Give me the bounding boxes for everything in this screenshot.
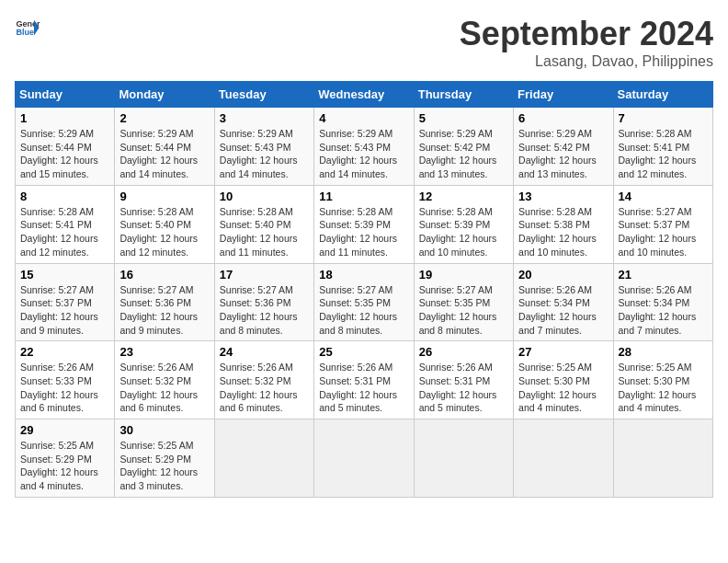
day-info: Sunrise: 5:28 AM Sunset: 5:41 PM Dayligh…: [20, 205, 109, 259]
day-number: 21: [619, 268, 708, 282]
col-tuesday: Tuesday: [214, 82, 313, 108]
day-info: Sunrise: 5:29 AM Sunset: 5:42 PM Dayligh…: [419, 127, 508, 181]
day-info: Sunrise: 5:27 AM Sunset: 5:37 PM Dayligh…: [20, 283, 109, 338]
day-info: Sunrise: 5:26 AM Sunset: 5:34 PM Dayligh…: [619, 283, 708, 338]
day-info: Sunrise: 5:26 AM Sunset: 5:31 PM Dayligh…: [319, 361, 408, 415]
day-number: 28: [619, 345, 708, 359]
header-row: Sunday Monday Tuesday Wednesday Thursday…: [16, 82, 713, 108]
day-info: Sunrise: 5:26 AM Sunset: 5:34 PM Dayligh…: [518, 283, 608, 338]
day-number: 7: [619, 111, 708, 125]
logo: General Blue: [15, 15, 40, 40]
day-number: 24: [220, 345, 309, 359]
table-cell: 18Sunrise: 5:27 AM Sunset: 5:35 PM Dayli…: [314, 263, 414, 341]
day-info: Sunrise: 5:28 AM Sunset: 5:40 PM Dayligh…: [119, 205, 209, 259]
day-info: Sunrise: 5:29 AM Sunset: 5:43 PM Dayligh…: [220, 127, 309, 181]
day-info: Sunrise: 5:26 AM Sunset: 5:32 PM Dayligh…: [119, 361, 209, 415]
day-number: 15: [20, 268, 109, 282]
table-cell: 5Sunrise: 5:29 AM Sunset: 5:42 PM Daylig…: [414, 108, 513, 186]
day-info: Sunrise: 5:29 AM Sunset: 5:44 PM Dayligh…: [119, 127, 209, 181]
day-info: Sunrise: 5:26 AM Sunset: 5:32 PM Dayligh…: [220, 361, 309, 415]
day-number: 30: [119, 423, 209, 437]
table-cell: 6Sunrise: 5:29 AM Sunset: 5:42 PM Daylig…: [514, 108, 613, 186]
day-info: Sunrise: 5:27 AM Sunset: 5:35 PM Dayligh…: [419, 283, 508, 338]
table-row: 1Sunrise: 5:29 AM Sunset: 5:44 PM Daylig…: [16, 108, 713, 186]
table-row: 8Sunrise: 5:28 AM Sunset: 5:41 PM Daylig…: [16, 185, 713, 263]
day-number: 10: [220, 190, 309, 203]
table-cell: [613, 419, 712, 498]
col-sunday: Sunday: [16, 82, 115, 108]
day-info: Sunrise: 5:25 AM Sunset: 5:29 PM Dayligh…: [119, 439, 209, 493]
col-saturday: Saturday: [613, 82, 712, 108]
day-number: 19: [419, 268, 508, 282]
day-info: Sunrise: 5:26 AM Sunset: 5:33 PM Dayligh…: [20, 361, 109, 415]
table-cell: 30Sunrise: 5:25 AM Sunset: 5:29 PM Dayli…: [115, 419, 214, 498]
day-info: Sunrise: 5:28 AM Sunset: 5:39 PM Dayligh…: [319, 205, 408, 259]
day-number: 22: [20, 345, 109, 359]
day-number: 13: [518, 190, 608, 203]
day-number: 4: [319, 111, 408, 125]
table-cell: 3Sunrise: 5:29 AM Sunset: 5:43 PM Daylig…: [214, 108, 313, 186]
table-cell: 10Sunrise: 5:28 AM Sunset: 5:40 PM Dayli…: [214, 185, 313, 263]
table-cell: 7Sunrise: 5:28 AM Sunset: 5:41 PM Daylig…: [613, 108, 712, 186]
table-cell: 24Sunrise: 5:26 AM Sunset: 5:32 PM Dayli…: [214, 341, 313, 419]
table-cell: 2Sunrise: 5:29 AM Sunset: 5:44 PM Daylig…: [115, 108, 214, 186]
logo-icon: General Blue: [15, 15, 40, 40]
table-cell: 26Sunrise: 5:26 AM Sunset: 5:31 PM Dayli…: [414, 341, 513, 419]
svg-text:Blue: Blue: [16, 28, 34, 37]
day-number: 17: [220, 268, 309, 282]
day-info: Sunrise: 5:28 AM Sunset: 5:39 PM Dayligh…: [419, 205, 508, 259]
day-info: Sunrise: 5:27 AM Sunset: 5:36 PM Dayligh…: [119, 283, 209, 338]
table-cell: 28Sunrise: 5:25 AM Sunset: 5:30 PM Dayli…: [613, 341, 712, 419]
table-row: 15Sunrise: 5:27 AM Sunset: 5:37 PM Dayli…: [16, 263, 713, 341]
table-cell: 4Sunrise: 5:29 AM Sunset: 5:43 PM Daylig…: [314, 108, 414, 186]
day-info: Sunrise: 5:28 AM Sunset: 5:41 PM Dayligh…: [619, 127, 708, 181]
table-cell: 17Sunrise: 5:27 AM Sunset: 5:36 PM Dayli…: [214, 263, 313, 341]
table-cell: 21Sunrise: 5:26 AM Sunset: 5:34 PM Dayli…: [613, 263, 712, 341]
day-number: 26: [419, 345, 508, 359]
table-cell: 11Sunrise: 5:28 AM Sunset: 5:39 PM Dayli…: [314, 185, 414, 263]
table-row: 22Sunrise: 5:26 AM Sunset: 5:33 PM Dayli…: [16, 341, 713, 419]
table-cell: [514, 419, 613, 498]
table-cell: 27Sunrise: 5:25 AM Sunset: 5:30 PM Dayli…: [514, 341, 613, 419]
day-number: 29: [20, 423, 109, 437]
table-cell: 13Sunrise: 5:28 AM Sunset: 5:38 PM Dayli…: [514, 185, 613, 263]
table-cell: 12Sunrise: 5:28 AM Sunset: 5:39 PM Dayli…: [414, 185, 513, 263]
table-cell: 20Sunrise: 5:26 AM Sunset: 5:34 PM Dayli…: [514, 263, 613, 341]
day-number: 9: [119, 190, 209, 203]
day-number: 25: [319, 345, 408, 359]
day-info: Sunrise: 5:25 AM Sunset: 5:30 PM Dayligh…: [518, 361, 608, 415]
calendar-title: September 2024: [460, 15, 713, 53]
day-number: 14: [619, 190, 708, 203]
table-cell: [214, 419, 313, 498]
table-cell: 8Sunrise: 5:28 AM Sunset: 5:41 PM Daylig…: [16, 185, 115, 263]
table-row: 29Sunrise: 5:25 AM Sunset: 5:29 PM Dayli…: [16, 419, 713, 498]
table-cell: 22Sunrise: 5:26 AM Sunset: 5:33 PM Dayli…: [16, 341, 115, 419]
day-number: 20: [518, 268, 608, 282]
day-number: 12: [419, 190, 508, 203]
day-info: Sunrise: 5:29 AM Sunset: 5:43 PM Dayligh…: [319, 127, 408, 181]
calendar-subtitle: Lasang, Davao, Philippines: [460, 53, 713, 70]
table-cell: 23Sunrise: 5:26 AM Sunset: 5:32 PM Dayli…: [115, 341, 214, 419]
day-info: Sunrise: 5:26 AM Sunset: 5:31 PM Dayligh…: [419, 361, 508, 415]
title-area: September 2024 Lasang, Davao, Philippine…: [460, 15, 713, 70]
calendar-table: Sunday Monday Tuesday Wednesday Thursday…: [15, 81, 713, 498]
day-info: Sunrise: 5:27 AM Sunset: 5:36 PM Dayligh…: [220, 283, 309, 338]
day-info: Sunrise: 5:27 AM Sunset: 5:37 PM Dayligh…: [619, 205, 708, 259]
day-number: 3: [220, 111, 309, 125]
day-info: Sunrise: 5:25 AM Sunset: 5:29 PM Dayligh…: [20, 439, 109, 493]
day-info: Sunrise: 5:27 AM Sunset: 5:35 PM Dayligh…: [319, 283, 408, 338]
day-info: Sunrise: 5:28 AM Sunset: 5:38 PM Dayligh…: [518, 205, 608, 259]
table-cell: [414, 419, 513, 498]
table-cell: 19Sunrise: 5:27 AM Sunset: 5:35 PM Dayli…: [414, 263, 513, 341]
table-cell: 25Sunrise: 5:26 AM Sunset: 5:31 PM Dayli…: [314, 341, 414, 419]
day-number: 11: [319, 190, 408, 203]
day-number: 18: [319, 268, 408, 282]
col-friday: Friday: [514, 82, 613, 108]
col-thursday: Thursday: [414, 82, 513, 108]
day-number: 16: [119, 268, 209, 282]
day-number: 6: [518, 111, 608, 125]
col-wednesday: Wednesday: [314, 82, 414, 108]
table-cell: 14Sunrise: 5:27 AM Sunset: 5:37 PM Dayli…: [613, 185, 712, 263]
table-cell: 1Sunrise: 5:29 AM Sunset: 5:44 PM Daylig…: [16, 108, 115, 186]
day-info: Sunrise: 5:28 AM Sunset: 5:40 PM Dayligh…: [220, 205, 309, 259]
